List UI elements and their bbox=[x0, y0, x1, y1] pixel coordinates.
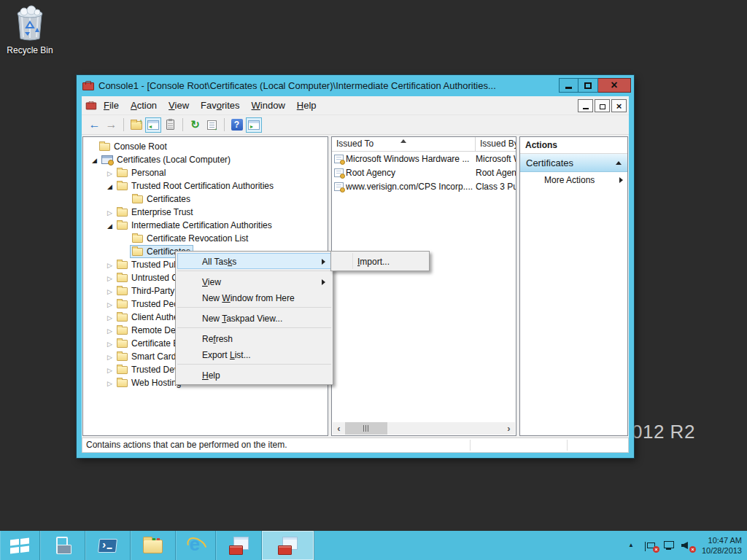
folder-icon bbox=[117, 261, 128, 269]
menu-item-view[interactable]: View bbox=[177, 273, 331, 289]
menu-file[interactable]: File bbox=[98, 97, 125, 114]
scroll-right-icon[interactable]: › bbox=[503, 422, 515, 435]
actions-pane-title: Actions bbox=[520, 137, 627, 154]
export-list-button[interactable] bbox=[204, 117, 220, 133]
tree-item-body[interactable]: Certificates (Local Computer) bbox=[99, 153, 233, 166]
expand-expander-icon[interactable] bbox=[105, 271, 115, 285]
server-manager-taskbar-button[interactable] bbox=[40, 531, 85, 560]
expand-expander-icon[interactable] bbox=[105, 166, 115, 180]
collapse-expander-icon[interactable] bbox=[105, 179, 115, 193]
recycle-bin[interactable]: Recycle Bin bbox=[6, 4, 54, 55]
menu-view[interactable]: View bbox=[163, 97, 195, 114]
mmc-console-active-taskbar-button[interactable] bbox=[262, 531, 314, 560]
menu-favorites[interactable]: Favorites bbox=[195, 97, 245, 114]
caption-buttons bbox=[559, 78, 631, 93]
child-close-button[interactable] bbox=[611, 99, 627, 112]
actions-section-certificates[interactable]: Certificates bbox=[520, 154, 627, 172]
column-header-issued-to[interactable]: Issued To bbox=[332, 137, 476, 151]
expand-expander-icon[interactable] bbox=[105, 324, 115, 338]
more-actions-item[interactable]: More Actions bbox=[520, 172, 627, 188]
expand-expander-icon[interactable] bbox=[105, 298, 115, 311]
tree-item-body[interactable]: Console Root bbox=[97, 140, 170, 153]
hidden-icons-icon[interactable] bbox=[627, 540, 638, 551]
powershell-taskbar-button[interactable] bbox=[85, 531, 131, 560]
expand-expander-icon[interactable] bbox=[105, 376, 115, 390]
menu-window[interactable]: Window bbox=[246, 97, 291, 114]
action-center-icon[interactable]: × bbox=[645, 542, 657, 551]
tree-item-body[interactable]: Personal bbox=[115, 166, 169, 179]
refresh-button[interactable] bbox=[187, 117, 203, 133]
tree-item-body[interactable]: Intermediate Certification Authorities bbox=[115, 219, 275, 232]
menu-item-new-taskpad-view[interactable]: New Taskpad View... bbox=[177, 310, 331, 326]
folder-up-icon bbox=[131, 121, 142, 130]
scrollbar-thumb[interactable] bbox=[345, 422, 387, 435]
child-restore-button[interactable] bbox=[595, 99, 610, 112]
issued-by-cell: Root Agency bbox=[476, 168, 516, 178]
expand-expander-icon[interactable] bbox=[105, 206, 115, 219]
volume-icon[interactable]: × bbox=[681, 540, 693, 551]
collapse-expander-icon[interactable] bbox=[90, 153, 99, 167]
menu-item-refresh[interactable]: Refresh bbox=[177, 330, 331, 346]
minimize-button[interactable] bbox=[559, 78, 578, 93]
error-badge-icon: × bbox=[689, 546, 696, 553]
tree-item-body[interactable]: Enterprise Trust bbox=[115, 206, 196, 219]
expand-expander-icon[interactable] bbox=[105, 363, 115, 377]
tree-item[interactable]: Certificate Revocation List bbox=[83, 232, 328, 245]
tree-item-label: Intermediate Certification Authorities bbox=[131, 220, 272, 230]
up-one-level-button[interactable] bbox=[128, 117, 144, 133]
mmc-console-taskbar-button[interactable] bbox=[216, 531, 262, 560]
scroll-left-icon[interactable]: ‹ bbox=[333, 422, 345, 435]
expand-expander-icon[interactable] bbox=[105, 258, 115, 272]
tree-item[interactable]: Certificates bbox=[83, 192, 328, 206]
collapse-arrow-icon[interactable] bbox=[616, 161, 622, 165]
close-button[interactable] bbox=[598, 78, 631, 93]
toolbar-separator bbox=[224, 118, 225, 131]
certificate-row[interactable]: www.verisign.com/CPS Incorp....Class 3 P… bbox=[332, 179, 516, 193]
show-hide-action-pane-button[interactable] bbox=[246, 117, 262, 133]
tree-item[interactable]: Personal bbox=[83, 166, 328, 179]
menu-action[interactable]: Action bbox=[125, 97, 163, 114]
menu-item-export-list[interactable]: Export List... bbox=[177, 346, 331, 362]
properties-button[interactable] bbox=[163, 117, 178, 133]
expand-expander-icon[interactable] bbox=[105, 311, 115, 324]
menu-item-new-window-from-here[interactable]: New Window from Here bbox=[177, 289, 331, 306]
help-button[interactable] bbox=[229, 117, 244, 133]
taskbar-clock[interactable]: 10:47 AM 10/28/2013 bbox=[702, 535, 742, 556]
network-icon[interactable] bbox=[663, 540, 675, 551]
menu-item-import[interactable]: Import... bbox=[333, 253, 427, 269]
tree-item[interactable]: Console Root bbox=[83, 140, 328, 153]
internet-explorer-taskbar-button[interactable] bbox=[176, 531, 216, 560]
tree-item[interactable]: Enterprise Trust bbox=[83, 206, 328, 219]
maximize-button[interactable] bbox=[578, 78, 598, 93]
toolbar-separator bbox=[123, 118, 124, 131]
horizontal-scrollbar[interactable]: ‹ › bbox=[333, 422, 515, 435]
tree-item-body[interactable]: Web Hosting bbox=[115, 376, 184, 389]
toolbar-separator bbox=[182, 118, 183, 131]
issued-by-cell: Class 3 Public Primary Certification Aut… bbox=[476, 182, 516, 192]
forward-button[interactable] bbox=[104, 117, 119, 133]
tree-item-body[interactable]: Certificates bbox=[130, 192, 193, 206]
expand-expander-icon[interactable] bbox=[105, 350, 115, 364]
expand-expander-icon[interactable] bbox=[105, 284, 115, 298]
start-taskbar-button[interactable] bbox=[0, 531, 40, 560]
show-hide-console-tree-button[interactable] bbox=[145, 117, 161, 133]
back-button[interactable] bbox=[87, 117, 102, 133]
menu-item-help[interactable]: Help bbox=[177, 367, 331, 383]
title-bar[interactable]: Console1 - [Console Root\Certificates (L… bbox=[77, 75, 634, 96]
file-explorer-taskbar-button[interactable] bbox=[131, 531, 176, 560]
folder-icon bbox=[117, 169, 128, 177]
menu-item-all-tasks[interactable]: All Tasks bbox=[177, 253, 331, 269]
certificate-row[interactable]: Microsoft Windows Hardware ...Microsoft … bbox=[332, 152, 516, 166]
child-minimize-button[interactable] bbox=[578, 99, 593, 112]
menu-help[interactable]: Help bbox=[291, 97, 322, 114]
tree-item-body[interactable]: Certificate Revocation List bbox=[130, 232, 251, 245]
certificate-row[interactable]: Root AgencyRoot Agency bbox=[332, 166, 516, 179]
scrollbar-track[interactable] bbox=[345, 422, 503, 435]
tree-item-body[interactable]: Trusted Root Certification Authorities bbox=[115, 179, 276, 192]
tree-item[interactable]: Intermediate Certification Authorities bbox=[83, 219, 328, 232]
expand-expander-icon[interactable] bbox=[105, 337, 115, 351]
tree-item[interactable]: Certificates (Local Computer) bbox=[83, 153, 328, 166]
tree-item[interactable]: Trusted Root Certification Authorities bbox=[83, 179, 328, 192]
column-header-issued-by[interactable]: Issued By bbox=[476, 137, 516, 151]
collapse-expander-icon[interactable] bbox=[105, 219, 115, 233]
